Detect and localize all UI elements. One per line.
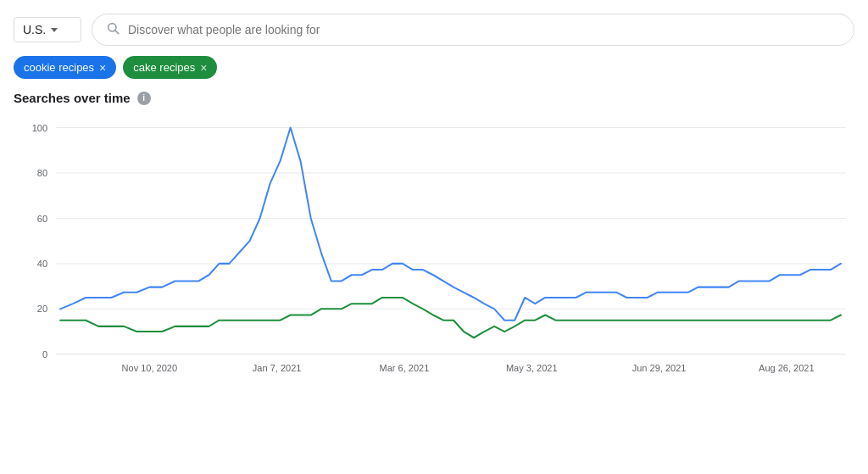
search-input[interactable]: [128, 23, 840, 36]
info-icon[interactable]: i: [137, 92, 151, 105]
search-icon: [106, 21, 120, 38]
top-bar: U.S.: [14, 14, 854, 46]
blue-line: [60, 128, 841, 321]
svg-text:May 3, 2021: May 3, 2021: [506, 363, 558, 373]
svg-text:Jan 7, 2021: Jan 7, 2021: [253, 363, 302, 373]
section-title: Searches over time i: [14, 91, 854, 105]
svg-text:Nov 10, 2020: Nov 10, 2020: [122, 363, 178, 373]
tag-label-cake: cake recipes: [133, 61, 195, 74]
svg-text:0: 0: [42, 349, 47, 360]
country-selector[interactable]: U.S.: [14, 17, 81, 42]
close-icon-cake[interactable]: ×: [200, 62, 207, 74]
chart-svg: 100 80 60 40 20 0 Nov 10, 2020 Jan 7, 20…: [14, 110, 854, 424]
green-line: [60, 298, 841, 337]
svg-text:80: 80: [37, 168, 47, 178]
tag-label-cookie: cookie recipes: [24, 61, 94, 74]
chart-container: 100 80 60 40 20 0 Nov 10, 2020 Jan 7, 20…: [14, 110, 854, 424]
svg-text:20: 20: [37, 304, 47, 314]
svg-text:60: 60: [37, 213, 47, 223]
close-icon-cookie[interactable]: ×: [99, 62, 106, 74]
svg-text:40: 40: [37, 259, 47, 269]
tag-cookie-recipes[interactable]: cookie recipes ×: [14, 56, 116, 79]
tags-row: cookie recipes × cake recipes ×: [14, 56, 854, 79]
country-label: U.S.: [23, 23, 46, 36]
chart-title: Searches over time: [14, 91, 131, 105]
svg-text:Jun 29, 2021: Jun 29, 2021: [632, 363, 687, 373]
tag-cake-recipes[interactable]: cake recipes ×: [123, 56, 217, 79]
chevron-down-icon: [51, 28, 58, 32]
svg-line-1: [115, 31, 119, 34]
svg-text:Mar 6, 2021: Mar 6, 2021: [380, 363, 430, 373]
svg-text:Aug 26, 2021: Aug 26, 2021: [759, 363, 815, 373]
search-bar: [92, 14, 854, 46]
svg-text:100: 100: [32, 123, 47, 133]
